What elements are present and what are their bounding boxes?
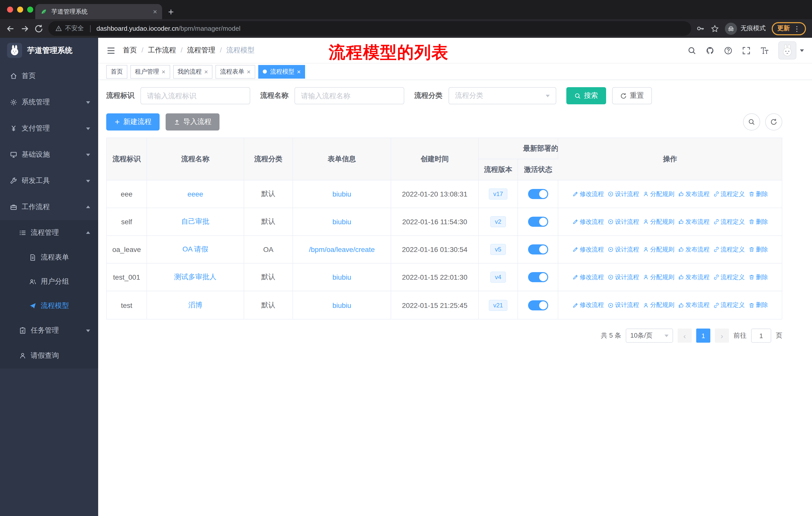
close-icon[interactable]: ×	[162, 68, 165, 75]
create-process-button[interactable]: 新建流程	[106, 113, 160, 131]
breadcrumb-process-management[interactable]: 流程管理	[187, 46, 222, 55]
tag-process-form[interactable]: 流程表单 ×	[215, 65, 255, 78]
sidebar-item-user-group[interactable]: 用户分组	[0, 270, 98, 294]
browser-tab[interactable]: 芋道管理系统 ×	[35, 4, 162, 19]
version-badge[interactable]: v21	[489, 300, 508, 311]
sidebar-item-process-model[interactable]: 流程模型	[0, 294, 98, 318]
key-icon[interactable]	[696, 24, 705, 33]
next-page-button[interactable]: ›	[715, 329, 729, 343]
breadcrumb-workflow[interactable]: 工作流程	[148, 46, 183, 55]
sidebar-item-payment[interactable]: 支付管理	[0, 115, 98, 142]
assign-rules-link[interactable]: 分配规则	[643, 273, 674, 281]
delete-link[interactable]: 删除	[748, 273, 768, 281]
assign-rules-link[interactable]: 分配规则	[643, 301, 674, 309]
minimize-window-button[interactable]	[17, 6, 23, 12]
process-name-input[interactable]	[294, 87, 404, 104]
sidebar-item-dev-tools[interactable]: 研发工具	[0, 168, 98, 194]
avatar[interactable]	[778, 41, 796, 59]
model-name-link[interactable]: 滔博	[188, 301, 202, 310]
reload-button[interactable]	[34, 24, 43, 33]
search-button[interactable]: 搜索	[566, 87, 606, 104]
delete-link[interactable]: 删除	[748, 245, 768, 254]
form-info-link[interactable]: biubiu	[332, 301, 351, 309]
design-process-link[interactable]: 设计流程	[607, 301, 639, 309]
sidebar-item-process-management[interactable]: 流程管理	[0, 220, 98, 245]
page-size-select[interactable]: 10条/页	[626, 329, 673, 343]
sidebar-item-task-management[interactable]: 任务管理	[0, 318, 98, 343]
process-definition-link[interactable]: 流程定义	[713, 245, 745, 254]
forward-button[interactable]	[20, 24, 29, 33]
page-1-button[interactable]: 1	[696, 329, 710, 343]
new-tab-button[interactable]: +	[168, 7, 174, 17]
active-toggle[interactable]	[528, 189, 548, 199]
model-name-link[interactable]: 自己审批	[181, 217, 209, 226]
form-info-link[interactable]: biubiu	[332, 218, 351, 226]
star-icon[interactable]	[711, 24, 719, 32]
back-button[interactable]	[6, 24, 15, 33]
modify-process-link[interactable]: 修改流程	[572, 301, 604, 309]
zoom-window-button[interactable]	[27, 6, 33, 12]
close-icon[interactable]: ×	[297, 68, 301, 75]
form-info-link[interactable]: /bpm/oa/leave/create	[309, 245, 375, 253]
tab-close-icon[interactable]: ×	[153, 7, 157, 16]
version-badge[interactable]: v4	[490, 272, 506, 283]
sidebar-item-workflow[interactable]: 工作流程	[0, 194, 98, 220]
import-process-button[interactable]: 导入流程	[166, 113, 220, 131]
active-toggle[interactable]	[528, 300, 548, 310]
design-process-link[interactable]: 设计流程	[607, 245, 639, 254]
url-bar[interactable]: 不安全 dashboard.yudao.iocoder.cn/bpm/manag…	[48, 21, 691, 36]
version-badge[interactable]: v17	[489, 188, 508, 199]
sidebar-item-leave-query[interactable]: 请假查询	[0, 343, 98, 369]
toggle-search-button[interactable]	[743, 113, 760, 131]
tag-home[interactable]: 首页	[106, 65, 127, 78]
version-badge[interactable]: v2	[490, 216, 506, 227]
process-definition-link[interactable]: 流程定义	[713, 217, 745, 226]
reset-button[interactable]: 重置	[612, 87, 652, 104]
modify-process-link[interactable]: 修改流程	[572, 217, 604, 226]
kebab-menu-icon[interactable]: ⋮	[793, 24, 801, 32]
process-definition-link[interactable]: 流程定义	[713, 273, 745, 281]
app-logo[interactable]: 芋道管理系统	[0, 38, 98, 63]
close-icon[interactable]: ×	[204, 68, 208, 75]
github-icon[interactable]	[706, 46, 714, 55]
update-button[interactable]: 更新 ⋮	[772, 22, 806, 35]
publish-process-link[interactable]: 发布流程	[678, 301, 709, 309]
modify-process-link[interactable]: 修改流程	[572, 245, 604, 254]
design-process-link[interactable]: 设计流程	[607, 190, 639, 198]
tag-my-process[interactable]: 我的流程 ×	[173, 65, 212, 78]
tag-process-model[interactable]: 流程模型 ×	[258, 65, 305, 78]
delete-link[interactable]: 删除	[748, 190, 768, 198]
process-definition-link[interactable]: 流程定义	[713, 301, 745, 309]
sidebar-item-system[interactable]: 系统管理	[0, 89, 98, 115]
fullscreen-icon[interactable]	[742, 46, 751, 55]
sidebar-item-infrastructure[interactable]: 基础设施	[0, 142, 98, 168]
sidebar-item-home[interactable]: 首页	[0, 63, 98, 89]
active-toggle[interactable]	[528, 272, 548, 282]
breadcrumb-home[interactable]: 首页	[123, 46, 143, 55]
tag-tenant-management[interactable]: 租户管理 ×	[130, 65, 170, 78]
goto-page-input[interactable]	[751, 329, 771, 343]
font-size-icon[interactable]	[760, 46, 769, 55]
prev-page-button[interactable]: ‹	[677, 329, 692, 343]
form-info-link[interactable]: biubiu	[332, 273, 351, 281]
process-category-select[interactable]: 流程分类	[448, 87, 556, 104]
version-badge[interactable]: v5	[490, 244, 506, 255]
model-name-link[interactable]: 测试多审批人	[174, 273, 216, 282]
sidebar-item-process-form[interactable]: 流程表单	[0, 245, 98, 270]
process-id-input[interactable]	[141, 87, 250, 104]
publish-process-link[interactable]: 发布流程	[678, 217, 709, 226]
model-name-link[interactable]: OA 请假	[182, 245, 208, 254]
hamburger-icon[interactable]	[106, 46, 116, 55]
close-icon[interactable]: ×	[247, 68, 251, 75]
assign-rules-link[interactable]: 分配规则	[643, 190, 674, 198]
form-info-link[interactable]: biubiu	[332, 190, 351, 198]
help-icon[interactable]	[724, 46, 732, 55]
delete-link[interactable]: 删除	[748, 217, 768, 226]
modify-process-link[interactable]: 修改流程	[572, 190, 604, 198]
close-window-button[interactable]	[7, 6, 13, 12]
delete-link[interactable]: 删除	[748, 301, 768, 309]
modify-process-link[interactable]: 修改流程	[572, 273, 604, 281]
assign-rules-link[interactable]: 分配规则	[643, 245, 674, 254]
search-icon[interactable]	[688, 46, 696, 55]
refresh-table-button[interactable]	[765, 113, 782, 131]
